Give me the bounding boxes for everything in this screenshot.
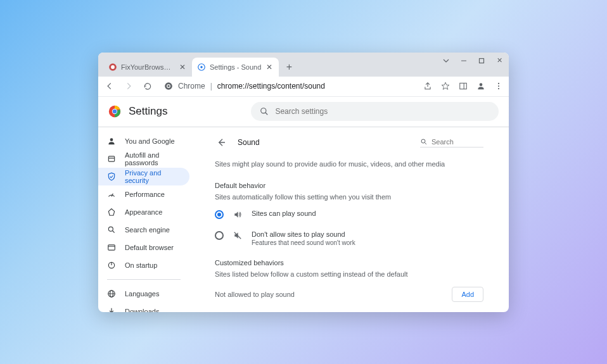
radio-label: Don't allow sites to play sound [252,230,355,238]
close-icon[interactable]: ✕ [178,63,187,72]
settings-header: Settings [98,97,509,127]
sidebar-item-label: Default browser [125,244,174,251]
radio-label: Sites can play sound [252,210,316,217]
page-title: Settings [129,105,167,118]
sidebar-item-label: Downloads [125,308,159,312]
radio-label-group: Don't allow sites to play sound Features… [252,230,355,246]
power-icon [107,261,116,270]
radio-button[interactable] [215,210,224,219]
close-icon[interactable]: ✕ [265,63,274,72]
sidebar-item-label: You and Google [125,137,175,145]
appearance-icon [107,208,116,217]
svg-point-24 [108,227,113,231]
svg-point-12 [498,83,499,84]
sidebar-item-downloads[interactable]: Downloads [98,303,189,312]
tab-1[interactable]: Settings - Sound ✕ [192,58,279,77]
radio-allow-sound[interactable]: Sites can play sound [215,210,483,219]
sidebar-item-label: Privacy and security [125,169,181,184]
sidebar-item-default-browser[interactable]: Default browser [98,239,189,256]
content-header: Sound [215,136,483,149]
toolbar-icons [423,81,504,91]
sidepanel-icon[interactable] [458,81,468,91]
search-input[interactable] [275,107,490,116]
titlebar: FixYourBrowser - Your Trusted S ✕ Settin… [98,53,509,77]
profile-icon[interactable] [476,81,486,91]
shield-icon [107,172,116,181]
sidebar-item-search[interactable]: Search engine [98,221,189,239]
search-settings[interactable] [251,102,499,121]
favicon-icon [108,63,117,72]
custom-behaviors-sub: Sites listed below follow a custom setti… [215,270,483,278]
blocked-site-row: https://fixyourbrowser.com:443 › ⋮ [215,306,483,312]
url-path: chrome://settings/content/sound [217,82,325,91]
radio-block-sound[interactable]: Don't allow sites to play sound Features… [215,230,483,246]
maximize-button[interactable] [477,56,486,65]
url-prefix: Chrome [178,82,205,91]
sidebar-item-languages[interactable]: Languages [98,285,189,303]
svg-rect-9 [460,83,467,89]
tab-title: Settings - Sound [210,63,261,71]
default-behavior-sub: Sites automatically follow this setting … [215,193,483,201]
svg-line-25 [113,230,115,232]
svg-line-35 [425,143,427,145]
sidebar: You and Google Autofill and passwords Pr… [98,127,189,312]
sound-on-icon [233,210,243,219]
sidebar-item-label: Performance [125,191,165,198]
tab-strip: FixYourBrowser - Your Trusted S ✕ Settin… [98,58,297,77]
not-allowed-header: Not allowed to play sound Add [215,287,483,302]
sidebar-item-privacy[interactable]: Privacy and security [98,168,189,185]
search-icon [107,225,116,234]
svg-rect-26 [108,244,115,249]
sidebar-item-label: On startup [125,261,157,269]
chrome-logo-icon [108,105,121,118]
radio-button[interactable] [215,231,224,240]
sidebar-item-label: Appearance [125,208,162,216]
performance-icon [107,190,116,199]
content: Sound Sites might play sound to provide … [189,127,509,312]
sidebar-item-appearance[interactable]: Appearance [98,203,189,221]
settings-body: You and Google Autofill and passwords Pr… [98,127,509,312]
content-title: Sound [238,138,410,147]
radio-sublabel: Features that need sound won't work [252,239,355,246]
svg-point-18 [261,108,266,113]
url-box[interactable]: Chrome | chrome://settings/content/sound [160,82,416,91]
sidebar-item-label: Languages [125,290,159,298]
custom-behaviors-label: Customized behaviors [215,259,483,267]
content-scroll[interactable]: Sound Sites might play sound to provide … [189,127,509,312]
sound-off-icon [233,231,243,240]
tab-0[interactable]: FixYourBrowser - Your Trusted S ✕ [103,58,192,77]
share-icon[interactable] [423,81,433,91]
content-search-input[interactable] [431,138,476,146]
sidebar-item-startup[interactable]: On startup [98,256,189,274]
reload-button[interactable] [141,80,154,92]
search-icon [260,107,269,116]
chevron-down-icon[interactable] [442,56,450,65]
download-icon [107,307,116,312]
tab-title: FixYourBrowser - Your Trusted S [121,63,174,71]
back-arrow-button[interactable] [215,136,227,149]
content-search[interactable] [420,137,483,147]
autofill-icon [107,154,116,163]
close-button[interactable]: ✕ [495,56,504,65]
forward-button[interactable] [122,80,135,92]
minimize-button[interactable] [459,56,468,65]
menu-icon[interactable] [494,81,504,91]
svg-point-20 [110,138,113,141]
sidebar-item-performance[interactable]: Performance [98,185,189,203]
svg-rect-21 [108,156,114,161]
sidebar-item-you-and-google[interactable]: You and Google [98,132,189,150]
not-allowed-label: Not allowed to play sound [215,291,295,298]
intro-text: Sites might play sound to provide audio … [215,160,483,168]
svg-point-14 [498,88,499,89]
back-button[interactable] [103,80,116,92]
sidebar-item-autofill[interactable]: Autofill and passwords [98,150,189,168]
person-icon [107,137,116,146]
bookmark-icon[interactable] [440,81,450,91]
address-bar: Chrome | chrome://settings/content/sound [98,77,509,97]
search-icon [420,138,428,146]
add-blocked-button[interactable]: Add [452,287,483,302]
globe-icon [107,289,116,298]
svg-point-17 [113,110,117,114]
sidebar-item-label: Search engine [125,226,170,234]
new-tab-button[interactable]: + [281,60,297,75]
